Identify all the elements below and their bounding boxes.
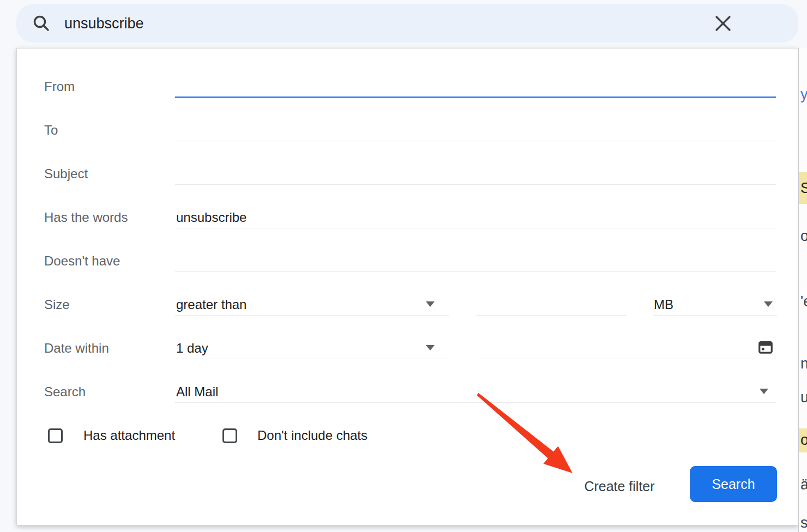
from-label: From: [44, 65, 75, 108]
bg-fragment: o: [800, 228, 807, 244]
to-input[interactable]: [175, 108, 776, 152]
dont-include-chats-label: Don't include chats: [257, 427, 368, 444]
bg-fragment: 'e: [800, 293, 807, 310]
chevron-down-icon: [426, 301, 435, 307]
bg-fragment: y: [800, 86, 807, 102]
search-in-label: Search: [44, 370, 86, 414]
size-unit-dropdown[interactable]: MB: [653, 283, 777, 327]
to-row: To: [44, 108, 776, 152]
chevron-down-icon: [426, 345, 435, 350]
bg-fragment: o: [800, 432, 807, 448]
subject-label: Subject: [44, 152, 88, 196]
has-words-label: Has the words: [44, 196, 128, 239]
subject-input[interactable]: [175, 152, 776, 196]
doesnt-have-label: Doesn't have: [44, 239, 120, 283]
doesnt-have-row: Doesn't have: [44, 239, 776, 283]
chevron-down-icon: [764, 301, 773, 307]
date-within-row: Date within 1 day: [44, 327, 776, 370]
bg-fragment: ä: [800, 476, 807, 493]
date-within-label: Date within: [44, 327, 109, 370]
search-in-dropdown[interactable]: All Mail: [175, 370, 776, 414]
search-button[interactable]: Search: [690, 466, 777, 502]
from-focus-underline: [175, 96, 776, 98]
bg-fragment: n: [800, 355, 807, 372]
from-row: From: [44, 65, 776, 108]
doesnt-have-input[interactable]: [175, 239, 776, 283]
search-in-row: Search All Mail: [44, 370, 776, 414]
subject-row: Subject: [44, 152, 776, 196]
calendar-icon[interactable]: [757, 339, 774, 358]
close-icon[interactable]: [713, 14, 733, 33]
size-label: Size: [44, 283, 70, 327]
size-comparator-dropdown[interactable]: greater than: [175, 283, 449, 327]
has-words-input[interactable]: unsubscribe: [175, 196, 776, 239]
size-row: Size greater than MB: [44, 283, 776, 327]
create-filter-button[interactable]: Create filter: [570, 476, 669, 497]
search-icon: [32, 14, 51, 33]
advanced-search-panel: From To Subject Has the words unsubscrib…: [16, 48, 798, 525]
has-attachment-checkbox[interactable]: [48, 428, 63, 443]
size-amount-input[interactable]: [476, 283, 627, 327]
from-input[interactable]: [175, 65, 776, 108]
bg-fragment: S: [800, 180, 807, 196]
date-input[interactable]: [476, 327, 776, 370]
gmail-search-bar[interactable]: unsubscribe: [16, 4, 798, 43]
date-range-dropdown[interactable]: 1 day: [175, 327, 449, 370]
background-page-sliver: y S o 'e n u o ä s: [798, 48, 807, 532]
chevron-down-icon: [760, 389, 768, 394]
to-label: To: [44, 108, 58, 152]
search-query-text[interactable]: unsubscribe: [64, 4, 144, 43]
has-words-row: Has the words unsubscribe: [44, 196, 776, 239]
has-attachment-label: Has attachment: [83, 427, 175, 444]
bg-fragment: s: [800, 515, 807, 531]
bg-fragment: u: [800, 389, 807, 406]
dont-include-chats-checkbox[interactable]: [222, 428, 237, 443]
